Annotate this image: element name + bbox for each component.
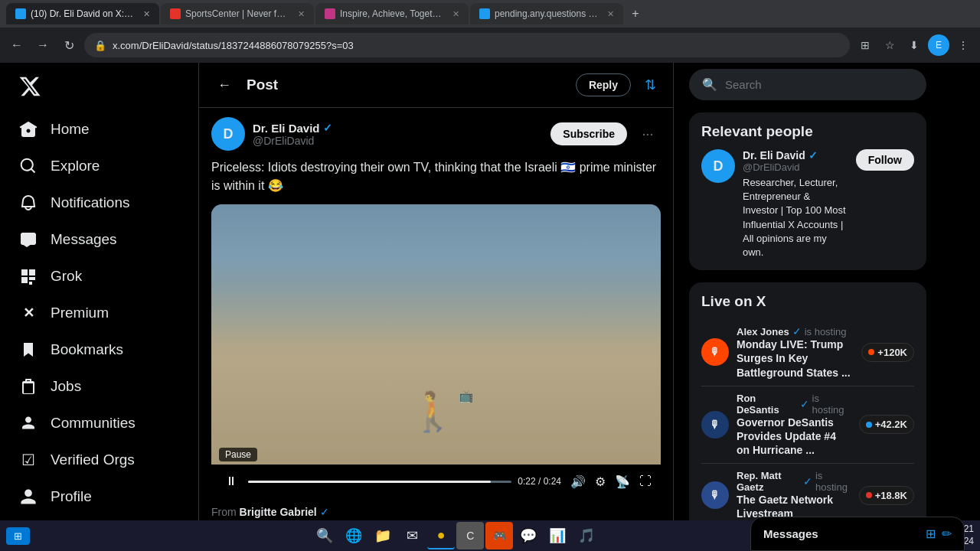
live-on-x-title: Live on X (701, 293, 914, 310)
more-menu-button[interactable]: ⋮ (952, 34, 974, 56)
taskbar-edge[interactable]: 🌐 (340, 522, 368, 549)
video-progress-bar[interactable] (248, 481, 511, 483)
tab-close-4[interactable]: ✕ (607, 9, 614, 19)
browser-tabs: (10) Dr. Eli David on X: "Pri... ✕ Sport… (0, 0, 980, 28)
messages-expand-icon[interactable]: ⊞ (926, 527, 936, 541)
post-more-button[interactable]: ··· (635, 121, 661, 147)
tab-close-3[interactable]: ✕ (452, 9, 459, 19)
live-title-1: Governor DeSantis Provides Update #4 on … (737, 416, 851, 458)
premium-icon: ✕ (18, 303, 38, 323)
taskbar-app-3[interactable]: 💬 (514, 522, 542, 549)
sidebar-item-verified-orgs[interactable]: ☑ Verified Orgs (9, 442, 189, 478)
messages-icon (18, 230, 38, 249)
profile-icon (18, 487, 38, 507)
live-title-0: Monday LIVE: Trump Surges In Key Battleg… (737, 337, 854, 380)
tab-close-2[interactable]: ✕ (298, 9, 305, 19)
live-avatar-2: 🎙 (701, 481, 729, 509)
start-button[interactable]: ⊞ (6, 527, 30, 545)
relevant-info: Dr. Eli David ✓ @DrEliDavid Researcher, … (743, 149, 848, 259)
live-item-0[interactable]: 🎙 Alex Jones ✓ is hosting Monday LIVE: T… (701, 319, 914, 386)
taskbar-mail[interactable]: ✉ (398, 522, 426, 549)
browser-tab-4[interactable]: pending.any.questions | crazy t... ✕ (470, 3, 623, 24)
url-lock-icon: 🔒 (94, 40, 106, 51)
x-logo[interactable] (9, 69, 189, 107)
new-tab-button[interactable]: + (625, 3, 646, 24)
main-content: ← Post Reply ⇅ D Dr. Eli David ✓ @DrEliD… (199, 63, 674, 520)
sidebar-item-communities[interactable]: Communities (9, 406, 189, 441)
sidebar-item-profile[interactable]: Profile (9, 479, 189, 514)
sidebar-item-notifications[interactable]: Notifications (9, 185, 189, 220)
live-host-1: Ron DeSantis ✓ is hosting (737, 393, 851, 416)
tab-title-1: (10) Dr. Eli David on X: "Pri... (31, 8, 136, 19)
messages-float-panel[interactable]: Messages ⊞ ✏ (750, 517, 965, 551)
browser-tab-2[interactable]: SportsCenter | Never forget th... ✕ (161, 3, 314, 24)
url-bar[interactable]: 🔒 x.com/DrEliDavid/status/18372448860780… (84, 33, 850, 57)
profile-button[interactable]: E (928, 34, 949, 56)
subscribe-button[interactable]: Subscribe (550, 122, 627, 145)
live-item-1[interactable]: 🎙 Ron DeSantis ✓ is hosting Governor DeS… (701, 386, 914, 465)
tab-title-3: Inspire, Achieve, Together | Do... (340, 8, 445, 19)
taskbar-explorer[interactable]: 📁 (369, 522, 397, 549)
back-button[interactable]: ← (211, 72, 237, 98)
sidebar-item-home[interactable]: Home (9, 112, 189, 147)
video-person: 🚶 (409, 390, 456, 434)
live-count-2: +18.8K (859, 486, 914, 505)
bookmark-star-button[interactable]: ☆ (879, 34, 900, 56)
relevant-verified-icon: ✓ (808, 149, 818, 161)
taskbar-app-4[interactable]: 📊 (544, 522, 571, 549)
sidebar-item-home-label: Home (51, 121, 90, 138)
live-host-0: Alex Jones ✓ is hosting (737, 325, 854, 337)
video-settings-icon[interactable]: ⚙ (592, 471, 609, 492)
tab-close-1[interactable]: ✕ (143, 9, 150, 19)
taskbar-search[interactable]: 🔍 (311, 522, 338, 549)
sidebar-item-premium-label: Premium (51, 305, 109, 321)
sidebar-item-explore[interactable]: Explore (9, 148, 189, 184)
author-info: Dr. Eli David ✓ @DrEliDavid (253, 122, 543, 147)
home-icon (18, 119, 38, 139)
sidebar-item-verified-orgs-label: Verified Orgs (51, 452, 135, 468)
messages-compose-icon[interactable]: ✏ (942, 527, 952, 541)
reply-button[interactable]: Reply (576, 73, 631, 96)
video-frame[interactable]: 📺 🚶 (211, 204, 661, 465)
taskbar-chrome[interactable]: ● (427, 522, 455, 549)
relevant-person: D Dr. Eli David ✓ @DrEliDavid Researcher… (701, 149, 914, 259)
live-avatar-1: 🎙 (701, 411, 729, 439)
video-volume-icon[interactable]: 🔊 (567, 471, 589, 492)
sidebar-item-premium[interactable]: ✕ Premium (9, 295, 189, 331)
author-avatar: D (211, 117, 245, 151)
video-cast-icon[interactable]: 📡 (612, 471, 633, 492)
live-verified-1: ✓ (800, 398, 809, 410)
sidebar-item-grok[interactable]: Grok (9, 259, 189, 294)
follow-button[interactable]: Follow (856, 149, 914, 171)
live-count-0: +120K (861, 343, 914, 362)
extensions-button[interactable]: ⊞ (854, 34, 876, 56)
sidebar-item-bookmarks[interactable]: Bookmarks (9, 332, 189, 367)
taskbar-app-2[interactable]: 🎮 (485, 522, 513, 549)
refresh-button[interactable]: ↻ (58, 34, 80, 56)
messages-float-actions: ⊞ ✏ (926, 527, 952, 541)
browser-tab-1[interactable]: (10) Dr. Eli David on X: "Pri... ✕ (6, 3, 159, 24)
forward-button[interactable]: → (32, 34, 54, 56)
search-icon: 🔍 (702, 77, 717, 92)
tab-title-2: SportsCenter | Never forget th... (185, 8, 290, 19)
post-author: D Dr. Eli David ✓ @DrEliDavid Subscribe … (211, 117, 661, 151)
filter-icon[interactable]: ⇅ (640, 72, 661, 98)
sidebar-item-messages[interactable]: Messages (9, 222, 189, 257)
search-bar: 🔍 (689, 69, 926, 100)
search-input[interactable] (725, 78, 913, 91)
video-pause-button[interactable]: ⏸ (220, 471, 242, 492)
browser-tab-3[interactable]: Inspire, Achieve, Together | Do... ✕ (315, 3, 469, 24)
taskbar-app-1[interactable]: C (456, 522, 484, 549)
live-host-2: Rep. Matt Gaetz ✓ is hosting (737, 470, 851, 493)
live-count-1: +42.2K (859, 415, 914, 434)
live-item-2[interactable]: 🎙 Rep. Matt Gaetz ✓ is hosting The Gaetz… (701, 464, 914, 520)
jobs-icon (18, 377, 38, 396)
relevant-avatar: D (701, 149, 735, 183)
download-button[interactable]: ⬇ (903, 34, 925, 56)
back-button[interactable]: ← (6, 34, 28, 56)
taskbar-app-5[interactable]: 🎵 (573, 522, 600, 549)
live-verified-0: ✓ (792, 325, 802, 337)
video-fullscreen-button[interactable]: ⛶ (639, 474, 652, 488)
author-handle: @DrEliDavid (253, 135, 543, 147)
sidebar-item-jobs[interactable]: Jobs (9, 369, 189, 404)
